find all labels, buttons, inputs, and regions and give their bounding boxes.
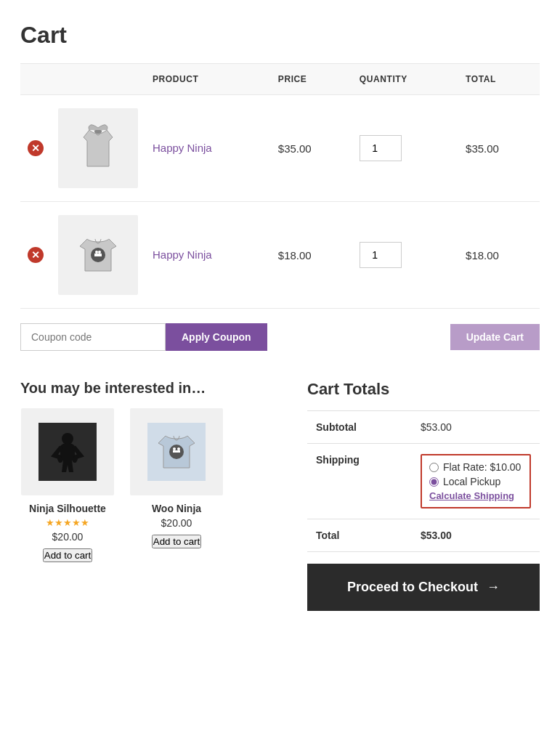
add-to-cart-btn-2[interactable]: Add to cart bbox=[152, 535, 201, 548]
remove-item-1-button[interactable]: ✕ bbox=[28, 140, 44, 156]
add-to-cart-btn-1[interactable]: Add to cart bbox=[43, 548, 92, 562]
close-icon: ✕ bbox=[28, 140, 44, 156]
apply-coupon-button[interactable]: Apply Coupon bbox=[166, 323, 267, 351]
proceed-checkout-button[interactable]: Proceed to Checkout → bbox=[307, 564, 540, 611]
product-card-name: Woo Ninja bbox=[152, 503, 201, 514]
product-card-price: $20.00 bbox=[161, 517, 192, 529]
subtotal-label: Subtotal bbox=[307, 411, 412, 444]
update-cart-button[interactable]: Update Cart bbox=[450, 324, 540, 350]
coupon-row: Apply Coupon Update Cart bbox=[20, 323, 540, 351]
coupon-input[interactable] bbox=[20, 323, 166, 351]
svg-rect-11 bbox=[173, 450, 180, 453]
product-card-price: $20.00 bbox=[52, 531, 84, 543]
shipping-options-cell: Flat Rate: $10.00 Local Pickup Calculate… bbox=[412, 444, 540, 519]
cart-totals-section: Cart Totals Subtotal $53.00 Shipping Fla… bbox=[307, 380, 540, 611]
bottom-section: You may be interested in… Ninja Silhouet… bbox=[20, 380, 540, 611]
suggested-product-image-2 bbox=[130, 408, 223, 495]
col-header-price: PRICE bbox=[271, 64, 352, 95]
product-card-name: Ninja Silhouette bbox=[29, 503, 106, 514]
stars: ★★★★★ bbox=[46, 517, 89, 528]
flat-rate-label: Flat Rate: $10.00 bbox=[443, 461, 521, 473]
quantity-input-1[interactable] bbox=[360, 135, 402, 161]
calculate-shipping-link[interactable]: Calculate Shipping bbox=[429, 490, 522, 501]
table-row: ✕ Happy Ninja bbox=[20, 95, 540, 202]
suggested-section: You may be interested in… Ninja Silhouet… bbox=[20, 380, 285, 562]
product-card: Ninja Silhouette ★★★★★ $20.00 Add to car… bbox=[20, 408, 115, 562]
svg-point-5 bbox=[95, 251, 98, 254]
product-name-1[interactable]: Happy Ninja bbox=[153, 142, 212, 154]
product-total-1: $35.00 bbox=[458, 95, 540, 202]
suggested-title: You may be interested in… bbox=[20, 380, 285, 397]
product-total-2: $18.00 bbox=[458, 202, 540, 309]
suggested-products: Ninja Silhouette ★★★★★ $20.00 Add to car… bbox=[20, 408, 285, 562]
svg-point-13 bbox=[177, 447, 180, 450]
total-row: Total $53.00 bbox=[307, 519, 540, 552]
col-header-total: TOTAL bbox=[458, 64, 540, 95]
svg-point-12 bbox=[173, 447, 176, 450]
totals-table: Subtotal $53.00 Shipping Flat Rate: $10.… bbox=[307, 410, 540, 552]
local-pickup-radio[interactable] bbox=[429, 477, 439, 487]
col-header-qty: QUANTITY bbox=[352, 64, 458, 95]
coupon-form: Apply Coupon bbox=[20, 323, 267, 351]
total-value: $53.00 bbox=[412, 519, 540, 552]
shipping-box: Flat Rate: $10.00 Local Pickup Calculate… bbox=[421, 454, 531, 508]
svg-point-8 bbox=[62, 433, 73, 445]
subtotal-row: Subtotal $53.00 bbox=[307, 411, 540, 444]
product-price-2: $18.00 bbox=[271, 202, 352, 309]
total-label: Total bbox=[307, 519, 412, 552]
table-row: ✕ bbox=[20, 202, 540, 309]
quantity-input-2[interactable] bbox=[360, 242, 402, 268]
product-card: Woo Ninja $20.00 Add to cart bbox=[129, 408, 224, 562]
shipping-option-pickup[interactable]: Local Pickup bbox=[429, 476, 522, 487]
cart-table: PRODUCT PRICE QUANTITY TOTAL ✕ bbox=[20, 63, 540, 309]
product-price-1: $35.00 bbox=[271, 95, 352, 202]
page-title: Cart bbox=[20, 22, 540, 49]
local-pickup-label: Local Pickup bbox=[443, 476, 500, 487]
col-header-product: PRODUCT bbox=[145, 64, 271, 95]
checkout-arrow-icon: → bbox=[487, 580, 500, 595]
checkout-label: Proceed to Checkout bbox=[347, 580, 478, 595]
shipping-row: Shipping Flat Rate: $10.00 Local Pickup bbox=[307, 444, 540, 519]
subtotal-value: $53.00 bbox=[412, 411, 540, 444]
close-icon: ✕ bbox=[28, 247, 44, 263]
svg-point-6 bbox=[98, 251, 101, 254]
shipping-option-flat[interactable]: Flat Rate: $10.00 bbox=[429, 461, 522, 473]
shipping-label: Shipping bbox=[307, 444, 412, 519]
svg-rect-4 bbox=[94, 254, 102, 256]
product-image-1 bbox=[58, 108, 138, 188]
remove-item-2-button[interactable]: ✕ bbox=[28, 247, 44, 263]
suggested-product-image-1 bbox=[21, 408, 114, 495]
product-name-2[interactable]: Happy Ninja bbox=[153, 248, 212, 261]
cart-totals-title: Cart Totals bbox=[307, 380, 540, 399]
product-image-2 bbox=[58, 215, 138, 295]
flat-rate-radio[interactable] bbox=[429, 463, 439, 472]
